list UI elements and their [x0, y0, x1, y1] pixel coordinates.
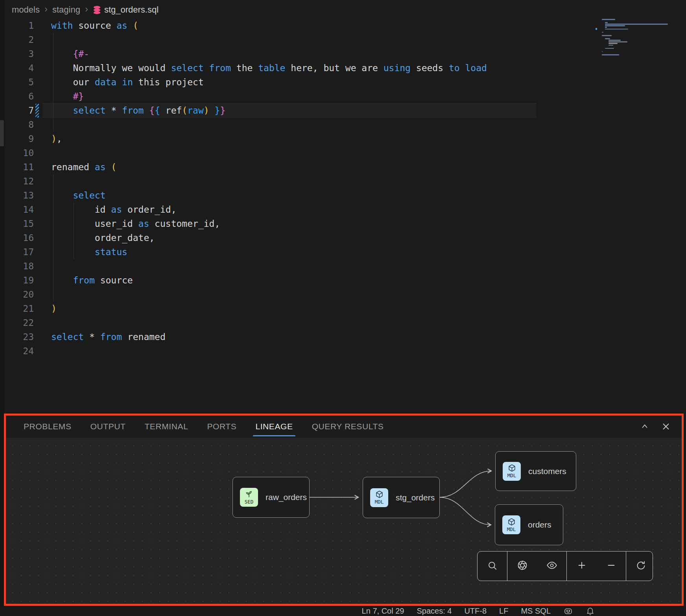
minimap[interactable]: [602, 19, 680, 57]
code-line[interactable]: select * from renamed: [51, 330, 487, 344]
zoom-in-icon: [576, 560, 587, 572]
toolbar-group: [507, 552, 566, 581]
tab-terminal[interactable]: TERMINAL: [144, 416, 188, 438]
code-line[interactable]: renamed as (: [51, 160, 487, 174]
code-line[interactable]: status: [51, 245, 487, 259]
tab-problems[interactable]: PROBLEMS: [24, 416, 72, 438]
zoom-out-button[interactable]: [596, 552, 626, 581]
code-line[interactable]: id as order_id,: [51, 202, 487, 217]
code-line[interactable]: ): [51, 302, 487, 316]
code-line[interactable]: [51, 118, 487, 132]
code-line[interactable]: [51, 33, 487, 47]
node-label: raw_orders: [266, 493, 307, 502]
line-number: 23: [0, 330, 34, 344]
node-badge-label: MDL: [507, 526, 516, 532]
vscode-window: models › staging › stg_orders.sql 123456…: [0, 0, 686, 616]
minimap-modified-marker: [596, 28, 597, 30]
cube-icon: MDL: [502, 515, 520, 534]
breadcrumb-separator: ›: [44, 4, 48, 15]
copilot-icon[interactable]: [563, 606, 573, 616]
code-line[interactable]: select: [51, 188, 487, 202]
chevron-up-icon[interactable]: [640, 422, 649, 431]
lineage-node-orders[interactable]: MDLorders: [495, 504, 563, 545]
line-number: 17: [0, 245, 34, 259]
search-icon: [487, 560, 498, 572]
tab-output[interactable]: OUTPUT: [90, 416, 126, 438]
toolbar-group: [478, 552, 507, 581]
bell-icon[interactable]: [586, 607, 595, 616]
breadcrumb-item-file[interactable]: stg_orders.sql: [93, 5, 159, 15]
line-number: 2: [0, 33, 34, 47]
code-line[interactable]: [51, 174, 487, 188]
minimap-line: [602, 35, 612, 36]
code-line[interactable]: #}: [51, 89, 487, 103]
panel-controls: [640, 416, 671, 438]
tab-ports[interactable]: PORTS: [207, 416, 236, 438]
eye-button[interactable]: [537, 552, 566, 581]
line-number: 13: [0, 188, 34, 202]
code-line[interactable]: from source: [51, 273, 487, 287]
line-number: 19: [0, 273, 34, 287]
lineage-canvas[interactable]: SEDraw_ordersMDLstg_ordersMDLcustomersMD…: [6, 438, 682, 604]
close-icon[interactable]: [661, 422, 671, 431]
minimap-line: [605, 29, 628, 30]
refresh-button[interactable]: [626, 552, 653, 581]
code-line[interactable]: [51, 287, 487, 302]
panel-tab-bar: PROBLEMSOUTPUTTERMINALPORTSLINEAGEQUERY …: [6, 416, 682, 438]
lineage-node-raw_orders[interactable]: SEDraw_orders: [232, 477, 310, 518]
lineage-node-customers[interactable]: MDLcustomers: [495, 451, 576, 491]
line-number: 5: [0, 75, 34, 89]
line-number: 18: [0, 259, 34, 273]
breadcrumb-item-models[interactable]: models: [12, 5, 40, 15]
status-item-utf-8[interactable]: UTF-8: [464, 607, 487, 616]
line-number: 10: [0, 146, 34, 160]
status-item-lf[interactable]: LF: [499, 607, 508, 616]
status-item-ln-7-col-29[interactable]: Ln 7, Col 29: [362, 607, 404, 616]
toolbar-group: [566, 552, 626, 581]
lineage-toolbar: [477, 551, 653, 581]
refresh-icon: [636, 560, 646, 572]
code-line[interactable]: {#-: [51, 47, 487, 61]
code-line[interactable]: [51, 316, 487, 330]
toolbar-group: [626, 552, 653, 581]
node-label: orders: [528, 520, 551, 530]
code-line[interactable]: our data in this project: [51, 75, 487, 89]
code-line[interactable]: [51, 259, 487, 273]
bottom-panel: PROBLEMSOUTPUTTERMINALPORTSLINEAGEQUERY …: [4, 414, 684, 606]
zoom-out-icon: [606, 560, 617, 572]
line-number: 12: [0, 174, 34, 188]
node-badge-label: MDL: [375, 499, 384, 505]
minimap-line: [609, 40, 621, 41]
tab-query-results[interactable]: QUERY RESULTS: [312, 416, 384, 438]
breadcrumb-separator: ›: [85, 4, 88, 15]
line-number: 4: [0, 61, 34, 75]
code-line[interactable]: select * from {{ ref(raw) }}: [51, 103, 487, 118]
code-line[interactable]: order_date,: [51, 231, 487, 245]
breadcrumb-file-label: stg_orders.sql: [104, 5, 159, 15]
status-item-spaces-4[interactable]: Spaces: 4: [417, 607, 452, 616]
modified-line-gutter-marker: [35, 104, 39, 118]
code-line[interactable]: [51, 344, 487, 358]
code-editor[interactable]: with source as ( {#- Normally we would s…: [51, 18, 487, 358]
code-line[interactable]: user_id as customer_id,: [51, 217, 487, 231]
tab-lineage[interactable]: LINEAGE: [255, 416, 293, 438]
code-line[interactable]: with source as (: [51, 18, 487, 33]
line-number: 24: [0, 344, 34, 358]
breadcrumb-item-staging[interactable]: staging: [52, 5, 80, 15]
minimap-line: [609, 41, 627, 42]
aperture-icon: [517, 560, 528, 572]
line-number: 16: [0, 231, 34, 245]
code-line[interactable]: [51, 146, 487, 160]
line-number: 21: [0, 302, 34, 316]
lineage-node-stg_orders[interactable]: MDLstg_orders: [363, 477, 440, 518]
aperture-button[interactable]: [507, 552, 537, 581]
minimap-line: [605, 38, 610, 39]
zoom-in-button[interactable]: [567, 552, 596, 581]
minimap-line: [609, 43, 618, 44]
code-line[interactable]: ),: [51, 132, 487, 146]
search-button[interactable]: [478, 552, 507, 581]
minimap-line: [602, 54, 619, 55]
minimap-line: [602, 51, 603, 52]
status-item-ms-sql[interactable]: MS SQL: [521, 607, 551, 616]
code-line[interactable]: Normally we would select from the table …: [51, 61, 487, 75]
